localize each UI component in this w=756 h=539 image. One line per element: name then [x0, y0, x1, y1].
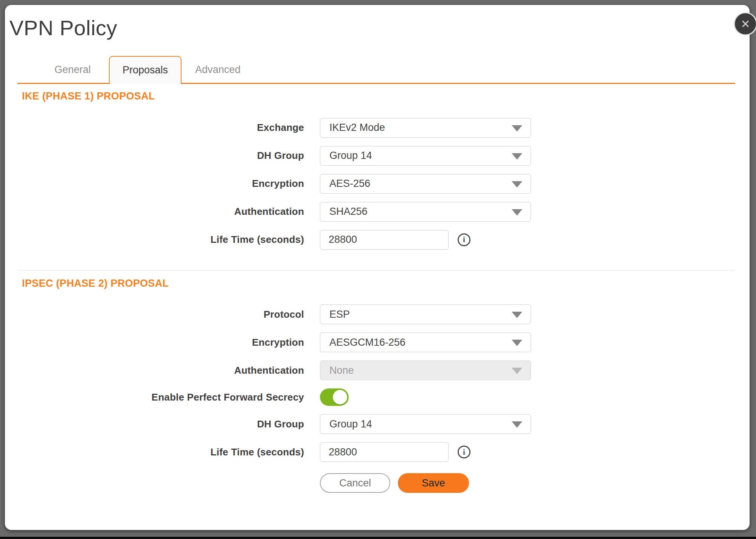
form-row-dh-group: DH Group Group 14 [17, 146, 735, 166]
ipsec-dh-group-label: DH Group [17, 418, 304, 430]
ike-phase1-heading: IKE (PHASE 1) PROPOSAL [22, 90, 735, 102]
ipsec-encryption-select-value: AESGCM16-256 [329, 337, 405, 348]
form-row-authentication: Authentication SHA256 [17, 202, 735, 222]
ipsec-lifetime-label: Life Time (seconds) [17, 446, 304, 458]
info-glyph: i [463, 447, 465, 457]
ipsec-authentication-select-disabled: None [320, 360, 531, 380]
dh-group-select[interactable]: Group 14 [320, 146, 531, 166]
dialog-footer: Cancel Save [17, 473, 735, 493]
ike-phase1-form: Exchange IKEv2 Mode DH Group Group 14 [17, 118, 735, 250]
tab-proposals[interactable]: Proposals [109, 56, 182, 84]
form-row-ipsec-encryption: Encryption AESGCM16-256 [17, 332, 735, 352]
vpn-policy-dialog: VPN Policy General Proposals Advanced IK… [5, 5, 750, 530]
tab-general[interactable]: General [36, 57, 109, 83]
protocol-select[interactable]: ESP [320, 304, 531, 324]
chevron-down-icon [512, 181, 522, 188]
chevron-down-icon [512, 125, 522, 132]
form-row-protocol: Protocol ESP [17, 304, 735, 324]
form-row-ipsec-authentication: Authentication None [17, 360, 735, 380]
tab-advanced[interactable]: Advanced [182, 57, 254, 83]
form-row-exchange: Exchange IKEv2 Mode [17, 118, 735, 138]
dh-group-label: DH Group [17, 150, 304, 162]
form-row-ipsec-lifetime: Life Time (seconds) i [17, 442, 735, 462]
toggle-knob [333, 390, 347, 404]
dh-group-select-value: Group 14 [329, 150, 372, 162]
authentication-label: Authentication [17, 206, 304, 217]
ike-lifetime-input[interactable] [320, 230, 449, 250]
chevron-down-icon [512, 153, 522, 160]
chevron-down-icon [512, 209, 522, 216]
ipsec-encryption-select[interactable]: AESGCM16-256 [320, 332, 531, 352]
chevron-down-icon [512, 421, 522, 428]
ipsec-authentication-label: Authentication [17, 365, 304, 376]
form-row-ipsec-dh-group: DH Group Group 14 [17, 414, 735, 434]
authentication-select-value: SHA256 [329, 206, 368, 217]
section-divider [17, 270, 735, 270]
protocol-label: Protocol [17, 309, 304, 320]
ipsec-phase2-form: Protocol ESP Encryption AESGCM16-256 [17, 304, 735, 462]
dialog-title: VPN Policy [9, 16, 750, 40]
save-button[interactable]: Save [398, 473, 469, 493]
protocol-select-value: ESP [329, 309, 350, 320]
form-row-encryption: Encryption AES-256 [17, 174, 735, 194]
ipsec-dh-group-select[interactable]: Group 14 [320, 414, 531, 434]
exchange-select-value: IKEv2 Mode [329, 122, 385, 134]
form-row-pfs: Enable Perfect Forward Secrecy [17, 388, 735, 406]
close-icon[interactable]: ✕ [734, 12, 756, 36]
authentication-select[interactable]: SHA256 [320, 202, 531, 222]
ipsec-phase2-heading: IPSEC (PHASE 2) PROPOSAL [22, 277, 735, 289]
encryption-select[interactable]: AES-256 [320, 174, 531, 194]
pfs-label: Enable Perfect Forward Secrecy [17, 391, 304, 403]
pfs-toggle-on[interactable] [320, 388, 349, 406]
encryption-label: Encryption [17, 178, 304, 190]
info-glyph: i [463, 235, 465, 244]
info-icon[interactable]: i [458, 446, 470, 458]
chevron-down-icon [512, 340, 522, 346]
ipsec-encryption-label: Encryption [17, 337, 304, 348]
encryption-select-value: AES-256 [329, 178, 370, 190]
lifetime-label: Life Time (seconds) [17, 234, 304, 245]
exchange-select[interactable]: IKEv2 Mode [320, 118, 531, 138]
chevron-down-icon [512, 312, 522, 318]
bottom-bar [0, 537, 756, 539]
ipsec-authentication-select-value: None [329, 365, 354, 376]
ipsec-lifetime-input[interactable] [320, 442, 449, 462]
info-icon[interactable]: i [458, 233, 470, 246]
cancel-button[interactable]: Cancel [320, 473, 390, 493]
ipsec-dh-group-select-value: Group 14 [329, 418, 372, 430]
chevron-down-icon [512, 368, 522, 374]
tab-bar: General Proposals Advanced [17, 56, 735, 84]
form-row-lifetime: Life Time (seconds) i [17, 230, 735, 250]
exchange-label: Exchange [17, 122, 304, 134]
